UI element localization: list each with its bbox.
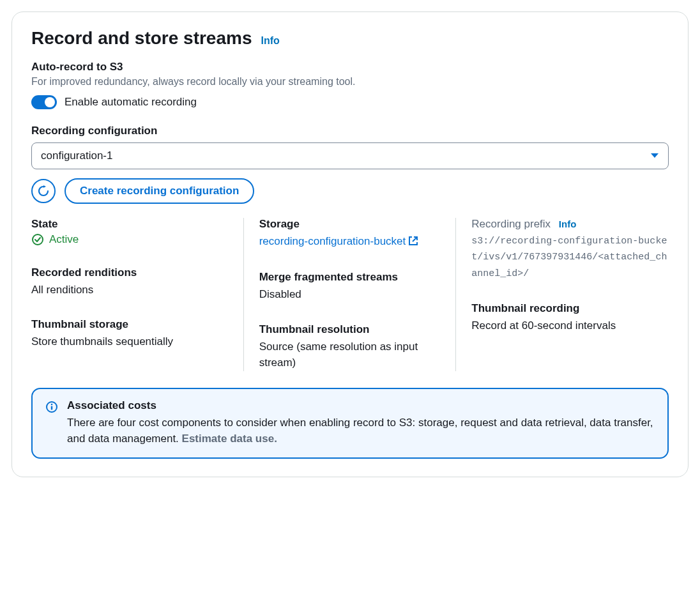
renditions-value: All renditions <box>31 282 228 298</box>
thumb-storage-block: Thumbnail storage Store thumbnails seque… <box>31 318 228 350</box>
panel-header: Record and store streams Info <box>31 27 669 49</box>
config-details-grid: State Active Recorded renditions All ren… <box>31 218 669 371</box>
costs-alert-content: Associated costs There are four cost com… <box>67 399 655 447</box>
thumb-recording-value: Record at 60-second intervals <box>471 318 669 334</box>
svg-rect-3 <box>51 406 52 410</box>
svg-point-2 <box>51 403 53 405</box>
recording-config-section: Recording configuration configuration-1 … <box>31 125 669 204</box>
storage-label: Storage <box>259 218 441 231</box>
thumb-recording-block: Thumbnail recording Record at 60-second … <box>471 302 669 334</box>
renditions-label: Recorded renditions <box>31 266 228 279</box>
recording-config-selected: configuration-1 <box>41 150 112 162</box>
estimate-data-use-link[interactable]: Estimate data use. <box>182 433 277 445</box>
record-store-panel: Record and store streams Info Auto-recor… <box>11 12 689 477</box>
auto-record-header: Auto-record to S3 <box>31 61 669 73</box>
detail-col-2: Storage recording-configuration-bucket M… <box>244 218 457 371</box>
costs-alert: Associated costs There are four cost com… <box>31 388 669 459</box>
thumb-resolution-block: Thumbnail resolution Source (same resolu… <box>259 323 441 371</box>
recording-config-label: Recording configuration <box>31 125 669 137</box>
check-circle-icon <box>31 233 44 246</box>
refresh-button[interactable] <box>31 179 56 203</box>
recording-config-select[interactable]: configuration-1 <box>31 142 669 169</box>
thumb-resolution-value: Source (same resolution as input stream) <box>259 339 441 371</box>
storage-link[interactable]: recording-configuration-bucket <box>259 235 419 247</box>
state-value: Active <box>49 233 79 246</box>
merge-block: Merge fragmented streams Disabled <box>259 271 441 303</box>
thumb-recording-label: Thumbnail recording <box>471 302 669 315</box>
detail-col-1: State Active Recorded renditions All ren… <box>31 218 244 371</box>
info-link[interactable]: Info <box>261 35 279 47</box>
costs-alert-body: There are four cost components to consid… <box>67 417 653 445</box>
create-config-button[interactable]: Create recording configuration <box>65 178 254 204</box>
thumb-storage-value: Store thumbnails sequentially <box>31 334 228 350</box>
prefix-label-row: Recording prefix Info <box>471 218 669 231</box>
panel-title: Record and store streams <box>31 27 252 49</box>
svg-point-0 <box>33 234 43 245</box>
state-block: State Active <box>31 218 228 246</box>
auto-record-section: Auto-record to S3 For improved redundanc… <box>31 61 669 109</box>
detail-col-3: Recording prefix Info s3://recording-con… <box>456 218 669 371</box>
prefix-value: s3://recording-configuration-bucket/ivs/… <box>471 233 669 282</box>
auto-record-toggle[interactable] <box>31 95 57 109</box>
state-label: State <box>31 218 228 231</box>
merge-value: Disabled <box>259 286 441 303</box>
state-value-row: Active <box>31 233 228 246</box>
prefix-block: Recording prefix Info s3://recording-con… <box>471 218 669 282</box>
auto-record-description: For improved redundancy, always record l… <box>31 76 669 88</box>
thumb-resolution-label: Thumbnail resolution <box>259 323 441 336</box>
storage-block: Storage recording-configuration-bucket <box>259 218 441 251</box>
info-icon <box>45 401 58 447</box>
merge-label: Merge fragmented streams <box>259 271 441 284</box>
auto-record-toggle-label: Enable automatic recording <box>65 96 197 109</box>
refresh-icon <box>38 185 49 197</box>
config-action-row: Create recording configuration <box>31 178 669 204</box>
auto-record-toggle-row: Enable automatic recording <box>31 95 669 109</box>
chevron-down-icon <box>650 153 659 159</box>
external-link-icon <box>408 234 418 251</box>
costs-alert-title: Associated costs <box>67 399 655 412</box>
prefix-info-link[interactable]: Info <box>559 218 577 229</box>
thumb-storage-label: Thumbnail storage <box>31 318 228 331</box>
prefix-label: Recording prefix <box>471 218 551 230</box>
costs-alert-text: There are four cost components to consid… <box>67 415 655 447</box>
renditions-block: Recorded renditions All renditions <box>31 266 228 298</box>
